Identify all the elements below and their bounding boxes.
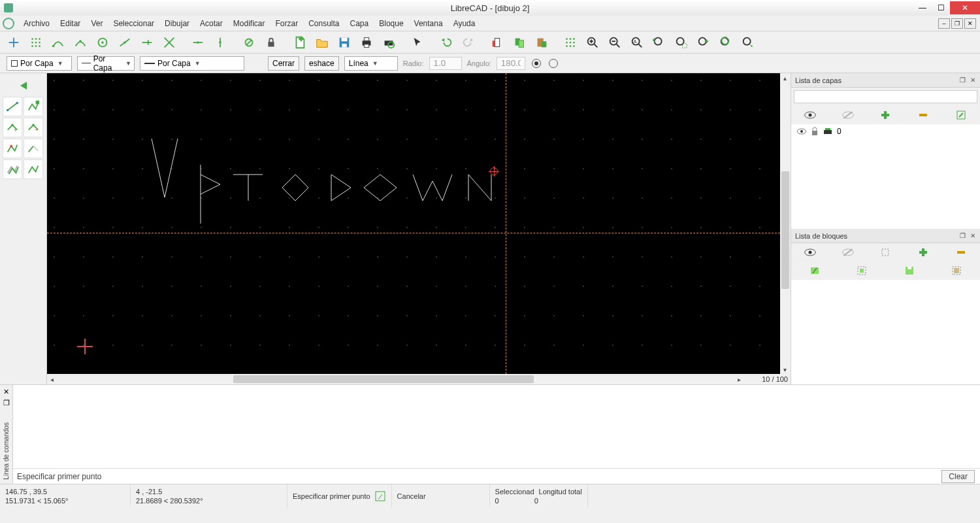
block-edit-icon[interactable] [855, 265, 868, 277]
open-file-icon[interactable] [312, 33, 332, 52]
block-rename-icon[interactable] [808, 265, 821, 277]
snap-intersection-icon[interactable] [159, 33, 179, 52]
block-attributes-icon[interactable] [879, 246, 892, 258]
minimize-button[interactable]: — [913, 1, 932, 14]
polyline-trim-icon[interactable] [24, 139, 43, 158]
cmd-dock-icon[interactable]: ❐ [3, 399, 10, 407]
new-file-icon[interactable] [290, 33, 310, 52]
copy-icon[interactable] [510, 33, 529, 52]
layer-add-icon[interactable] [879, 109, 892, 121]
mdi-minimize[interactable]: – [938, 18, 950, 29]
menu-acotar[interactable]: Acotar [195, 17, 228, 30]
close-polyline-button[interactable]: Cerrar [268, 56, 299, 71]
line-tool-icon[interactable] [3, 97, 22, 116]
menu-modificar[interactable]: Modificar [228, 17, 270, 30]
zoom-redraw-icon[interactable] [716, 33, 736, 52]
snap-middle-icon[interactable] [115, 33, 135, 52]
layers-filter-input[interactable] [794, 90, 977, 103]
zoom-out-icon[interactable] [605, 33, 625, 52]
print-icon[interactable] [357, 33, 376, 52]
snap-endpoint-icon[interactable] [48, 33, 68, 52]
layer-remove-icon[interactable] [917, 109, 930, 121]
lock-relative-zero-icon[interactable] [261, 33, 281, 52]
drawing-canvas[interactable] [47, 73, 791, 374]
menu-seleccionar[interactable]: Seleccionar [108, 17, 159, 30]
print-preview-icon[interactable] [379, 33, 399, 52]
block-save-icon[interactable] [903, 265, 916, 277]
layers-dock-icon[interactable]: ❐ [958, 76, 967, 85]
snap-on-entity-icon[interactable] [71, 33, 90, 52]
menu-bloque[interactable]: Bloque [374, 17, 408, 30]
menu-ventana[interactable]: Ventana [409, 17, 448, 30]
polyline-equidist-icon[interactable] [3, 160, 22, 179]
toolbox-collapse-button[interactable] [3, 76, 44, 95]
menu-editar[interactable]: Editar [55, 17, 86, 30]
segment-type-select[interactable]: Línea▼ [344, 56, 398, 71]
polyline-del-node-icon[interactable]: − [24, 118, 43, 137]
angle-input[interactable] [497, 57, 525, 70]
blocks-dock-icon[interactable]: ❐ [958, 231, 967, 241]
redo-icon[interactable] [459, 33, 478, 52]
menu-ayuda[interactable]: Ayuda [448, 17, 481, 30]
vertical-scrollbar[interactable]: ▴▾ [780, 73, 791, 374]
snap-distance-icon[interactable] [137, 33, 157, 52]
pointer-icon[interactable] [408, 33, 427, 52]
left-toolbox: + − [0, 73, 47, 384]
blocks-close-icon[interactable]: ✕ [968, 231, 977, 241]
snap-grid-icon[interactable] [26, 33, 46, 52]
zoom-in-icon[interactable] [583, 33, 602, 52]
block-insert-icon[interactable] [950, 265, 963, 277]
layer-show-all-icon[interactable] [804, 109, 817, 121]
relative-zero-icon[interactable] [239, 33, 259, 52]
zoom-window-icon[interactable] [672, 33, 691, 52]
polyline-segment-icon[interactable] [24, 160, 43, 179]
snap-center-icon[interactable] [93, 33, 112, 52]
paste-icon[interactable] [532, 33, 551, 52]
restrict-vertical-icon[interactable] [210, 33, 230, 52]
clear-button[interactable]: Clear [941, 470, 975, 483]
undo-segment-button[interactable]: eshace [304, 56, 339, 71]
layer-color-select[interactable]: Por Capa▼ [7, 56, 72, 71]
cmd-close-icon[interactable]: ✕ [3, 388, 9, 396]
layers-close-icon[interactable]: ✕ [968, 76, 977, 85]
block-show-all-icon[interactable] [804, 246, 817, 258]
block-remove-icon[interactable] [955, 246, 968, 258]
layer-row-0[interactable]: 0 [791, 124, 980, 139]
menu-ver[interactable]: Ver [86, 17, 108, 30]
menu-dibujar[interactable]: Dibujar [159, 17, 195, 30]
horizontal-scrollbar[interactable]: ◂▸ 10 / 100 [47, 374, 791, 384]
layer-edit-icon[interactable] [955, 109, 968, 121]
menu-archivo[interactable]: Archivo [18, 17, 55, 30]
save-file-icon[interactable] [335, 33, 354, 52]
menu-capa[interactable]: Capa [345, 17, 374, 30]
angle-radio-2[interactable] [549, 59, 558, 68]
svg-point-24 [219, 41, 221, 44]
angle-radio-1[interactable] [532, 59, 541, 68]
lineweight-select[interactable]: Por Capa▼ [140, 56, 244, 71]
maximize-button[interactable]: ☐ [932, 1, 950, 14]
radius-input[interactable] [429, 57, 462, 70]
layer-hide-all-icon[interactable] [841, 109, 855, 121]
grid-toggle-icon[interactable] [561, 33, 580, 52]
linetype-select[interactable]: Por Capa▼ [77, 56, 135, 71]
zoom-auto-icon[interactable]: A [627, 33, 647, 52]
polyline-tool-icon[interactable] [24, 97, 43, 116]
block-add-icon[interactable] [917, 246, 930, 258]
snap-free-icon[interactable] [4, 33, 24, 52]
block-hide-all-icon[interactable] [841, 246, 855, 258]
logo-icon [3, 18, 14, 29]
close-button[interactable]: ✕ [950, 1, 980, 14]
zoom-previous-icon[interactable] [649, 33, 669, 52]
zoom-pan-icon[interactable] [694, 33, 713, 52]
restrict-horizontal-icon[interactable] [188, 33, 208, 52]
menu-consulta[interactable]: Consulta [303, 17, 344, 30]
polyline-between-icon[interactable] [3, 139, 22, 158]
undo-icon[interactable] [436, 33, 456, 52]
zoom-select-icon[interactable] [738, 33, 758, 52]
menu-forzar[interactable]: Forzar [270, 17, 303, 30]
main-toolbar: A [0, 31, 980, 54]
mdi-close[interactable]: ✕ [964, 18, 976, 29]
mdi-restore[interactable]: ❐ [951, 18, 963, 29]
cut-icon[interactable] [487, 33, 507, 52]
polyline-add-node-icon[interactable]: + [3, 118, 22, 137]
